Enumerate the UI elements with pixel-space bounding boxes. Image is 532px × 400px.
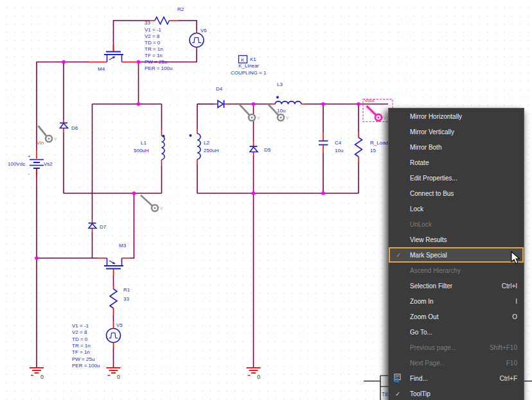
checkmark-icon: ✓	[396, 252, 401, 259]
v5-param-td: TD = 0	[72, 336, 88, 342]
vpulse-v5-symbol[interactable]	[107, 329, 121, 343]
k1-coupling-label: COUPLING = 1	[231, 70, 267, 76]
context-menu: Mirror Horizontally Mirror Vertically Mi…	[388, 108, 524, 400]
probe-vin-v-label: V	[54, 137, 57, 141]
l3-ref-label: L3	[277, 82, 283, 87]
vs2-value-label: 100Vdc	[8, 161, 25, 167]
menu-item-zoom-in[interactable]: Zoom In I	[389, 293, 524, 309]
d4-ref-label: D4	[216, 86, 223, 92]
shortcut-label: Ctrl+I	[502, 283, 517, 290]
l2-ref-label: L2	[204, 140, 209, 146]
schematic-editor-canvas[interactable]: 0 0 0	[0, 0, 532, 400]
v6-param-tr: TR = 1n	[145, 46, 163, 52]
shortcut-label: Ctrl+F	[500, 375, 518, 382]
l1-value-label: 500uH	[134, 148, 149, 153]
l3-value-label: 10u	[277, 108, 285, 114]
menu-item-zoom-out[interactable]: Zoom Out O	[389, 309, 524, 324]
ground-label-right: 0	[257, 374, 260, 380]
d5-ref-label: D5	[264, 147, 271, 153]
menu-item-mirror-horizontally[interactable]: Mirror Horizontally	[389, 109, 524, 124]
v6-param-pw: PW = 25u	[145, 59, 167, 65]
menu-item-ascend-hierarchy: Ascend Hierarchy	[389, 263, 524, 278]
r2-ref-label: R2	[177, 6, 184, 12]
probe-3[interactable]: V	[141, 195, 163, 211]
ground-label-mid: 0	[117, 374, 120, 380]
resistor-rload-symbol[interactable]	[355, 137, 362, 157]
inductor-l1-symbol[interactable]	[162, 135, 165, 160]
r1-value-label: 33	[123, 296, 129, 302]
probe-1-v-label: V	[257, 116, 260, 120]
menu-item-mark-special[interactable]: ✓ Mark Special	[389, 247, 524, 263]
ground-label-left: 0	[40, 374, 44, 380]
battery-vs2-symbol[interactable]	[30, 160, 44, 169]
vout-net-label[interactable]: Vout	[364, 98, 375, 103]
mouse-cursor	[511, 251, 522, 269]
shortcut-label: Shift+F10	[490, 344, 517, 351]
l3-polarity-dot	[276, 96, 279, 99]
mosfet-m4-symbol[interactable]	[104, 52, 123, 62]
rload-value-label: 15	[370, 148, 376, 153]
diode-d6-symbol[interactable]	[60, 123, 68, 128]
probe-2-v-label: V	[286, 116, 289, 120]
inductor-l2-symbol[interactable]	[190, 134, 201, 159]
menu-item-find[interactable]: Find... Ctrl+F	[389, 370, 524, 386]
vs2-minus-sign: -	[28, 171, 30, 177]
c4-ref-label: C4	[335, 140, 342, 146]
inductor-l3-symbol[interactable]	[275, 96, 301, 105]
capacitor-c4-symbol[interactable]	[319, 141, 328, 145]
v6-ref-label: V6	[200, 28, 207, 33]
vin-net-label[interactable]: Vin	[37, 140, 44, 146]
checkmark-icon: ✓	[395, 390, 400, 397]
menu-item-mirror-vertically[interactable]: Mirror Vertically	[389, 124, 524, 139]
wire-r2-v6[interactable]	[178, 21, 197, 30]
v5-param-pw: PW = 25u	[72, 356, 94, 362]
v5-param-tr: TR = 1n	[72, 343, 91, 349]
m3-ref-label: M3	[119, 243, 127, 248]
vs2-plus-sign: +	[28, 153, 31, 159]
menu-item-previous-page: Previous page... Shift+F10	[389, 340, 524, 355]
k1-ref-label: K1	[250, 57, 256, 62]
diode-d4-symbol[interactable]	[218, 100, 224, 108]
k1-part-label: K_Linear	[238, 63, 259, 69]
l1-ref-label: L1	[141, 140, 146, 146]
menu-item-tooltip[interactable]: ✓ ToolTip	[389, 386, 524, 400]
menu-item-selection-filter[interactable]: Selection Filter Ctrl+I	[389, 278, 524, 293]
v5-param-tf: TF = 1n	[72, 349, 90, 355]
probe-1[interactable]: V	[240, 105, 260, 121]
vpulse-v6-symbol[interactable]	[190, 33, 204, 48]
menu-item-mirror-both[interactable]: Mirror Both	[389, 139, 524, 155]
v5-ref-label: V5	[116, 322, 123, 328]
v5-param-v1: V1 = -1	[72, 323, 89, 329]
diode-d5-symbol[interactable]	[250, 146, 258, 152]
r1-ref-label: R1	[123, 287, 130, 293]
diode-d7-symbol[interactable]	[89, 223, 97, 229]
vs2-ref-label: Vs2	[44, 161, 53, 167]
mosfet-m3-symbol[interactable]	[104, 258, 123, 269]
d6-ref-label: D6	[71, 125, 78, 131]
rload-ref-label: R_Load	[370, 140, 388, 146]
l2-polarity-dot	[190, 134, 192, 137]
menu-item-rotate[interactable]: Rotate	[389, 155, 524, 170]
v6-param-per: PER = 100u	[145, 65, 172, 71]
menu-item-view-results[interactable]: View Results	[389, 232, 524, 247]
menu-item-lock[interactable]: Lock	[389, 201, 524, 216]
menu-item-connect-to-bus[interactable]: Connect to Bus	[389, 186, 524, 201]
wire-m3-right-up[interactable]	[130, 193, 134, 258]
resistor-r1-symbol[interactable]	[110, 289, 117, 308]
v5-param-per: PER = 100u	[72, 363, 100, 369]
menu-item-edit-properties[interactable]: Edit Properties...	[389, 170, 524, 186]
c4-value-label: 10u	[335, 148, 343, 153]
menu-item-unlock: UnLock	[389, 216, 524, 232]
menu-item-next-page: Next Page... F10	[389, 355, 524, 370]
d7-ref-label: D7	[100, 224, 107, 230]
menu-item-go-to[interactable]: Go To...	[389, 324, 524, 340]
l1-polarity-dot	[163, 135, 165, 137]
k1-box-letter: K	[241, 57, 245, 63]
wire-rail-top[interactable]	[37, 62, 89, 151]
v6-param-v2: V2 = 8	[145, 33, 160, 39]
v5-param-v2: V2 = 8	[72, 329, 87, 335]
wires[interactable]	[37, 21, 388, 367]
shortcut-label: I	[515, 298, 517, 305]
l2-value-label: 250uH	[204, 148, 219, 153]
resistor-r2-symbol[interactable]	[155, 17, 170, 24]
